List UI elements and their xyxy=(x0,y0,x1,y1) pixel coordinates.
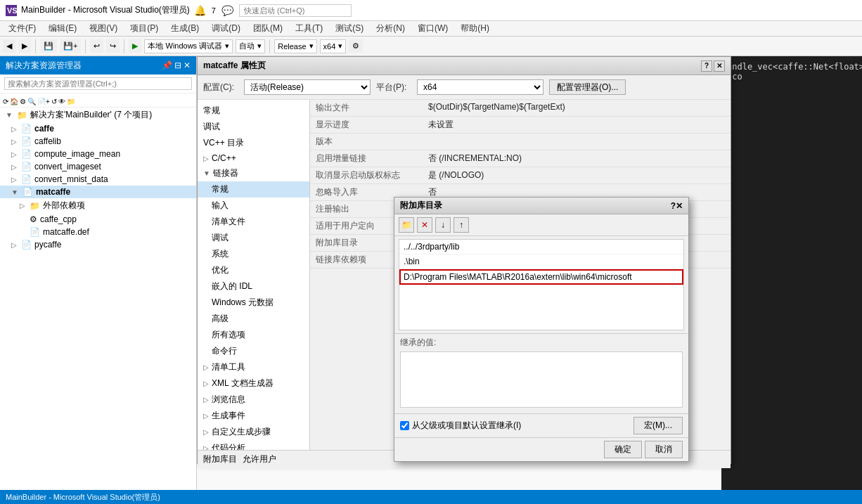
tree-item-convert-imageset[interactable]: ▷ 📄 convert_imageset xyxy=(0,160,196,173)
prop-val-nologo[interactable]: 是 (/NOLOGO) xyxy=(423,167,731,184)
ptree-normal[interactable]: 常规 xyxy=(198,103,309,119)
ptree-linker-cmdline[interactable]: 命令行 xyxy=(198,343,309,359)
ptree-linker-winmeta[interactable]: Windows 元数据 xyxy=(198,295,309,311)
toolbar-mode-select[interactable]: 自动 ▾ xyxy=(236,39,265,53)
inherit-checkbox[interactable] xyxy=(400,421,409,430)
tree-item-matcaffe-def[interactable]: ▷ 📄 matcaffe.def xyxy=(0,226,196,238)
tree-item-matcaffe[interactable]: ▼ 📄 matcaffe xyxy=(0,186,196,198)
ptree-code-analysis[interactable]: ▷ 代码分析 xyxy=(198,440,309,450)
tree-item-external-deps[interactable]: ▷ 📁 外部依赖项 xyxy=(0,198,196,213)
sidebar-dock[interactable]: ⊟ xyxy=(174,60,181,70)
menu-test[interactable]: 测试(S) xyxy=(330,21,369,36)
sidebar-pin[interactable]: 📌 xyxy=(162,60,172,70)
sub-dialog-toolbar: 📁 ✕ ↓ ↑ xyxy=(394,214,688,236)
tree-item-pycaffe[interactable]: ▷ 📄 pycaffe xyxy=(0,238,196,251)
sidebar-settings-btn[interactable]: ⚙ xyxy=(20,98,26,105)
ptree-browse[interactable]: ▷ 浏览信息 xyxy=(198,392,309,408)
toolbar-forward[interactable]: ▶ xyxy=(18,39,31,53)
chat-icon[interactable]: 💬 xyxy=(221,5,233,16)
sidebar-refresh-btn[interactable]: ↺ xyxy=(51,98,57,105)
ptree-build-event[interactable]: ▷ 生成事件 xyxy=(198,408,309,424)
sub-dialog-list[interactable]: ../../3rdparty/lib .\bin xyxy=(399,239,684,330)
tree-item-caffe-cpp[interactable]: ▷ ⚙ caffe_cpp xyxy=(0,213,196,226)
ptree-custom-build[interactable]: ▷ 自定义生成步骤 xyxy=(198,424,309,440)
ptree-linker-advanced[interactable]: 高级 xyxy=(198,311,309,327)
sub-toolbar-delete-btn[interactable]: ✕ xyxy=(417,217,432,233)
ptree-linker-idl[interactable]: 嵌入的 IDL xyxy=(198,278,309,295)
config-select[interactable]: 活动(Release) xyxy=(244,79,371,95)
quick-launch-input[interactable] xyxy=(239,4,352,17)
menu-view[interactable]: 视图(V) xyxy=(84,21,123,36)
prop-val-incremental[interactable]: 否 (/INCREMENTAL:NO) xyxy=(423,150,731,167)
prop-dialog-close-btn[interactable]: ✕ xyxy=(714,60,725,72)
menu-team[interactable]: 团队(M) xyxy=(247,21,288,36)
toolbar-back[interactable]: ◀ xyxy=(3,39,15,53)
sub-cancel-btn[interactable]: 取消 xyxy=(645,441,683,458)
notify-icon[interactable]: 🔔 xyxy=(194,5,206,16)
sidebar-collapse-all-btn[interactable]: 📁 xyxy=(67,98,75,105)
toolbar-undo[interactable]: ↩ xyxy=(90,39,103,53)
title-bar-right: 🔔 7 💬 xyxy=(194,4,352,17)
sub-dialog-close-btn[interactable]: ✕ xyxy=(676,201,683,211)
toolbar-settings[interactable]: ⚙ xyxy=(349,39,363,53)
toolbar-platform-select[interactable]: x64 ▾ xyxy=(320,39,347,53)
tree-item-caffe[interactable]: ▷ 📄 caffe xyxy=(0,122,196,135)
menu-project[interactable]: 项目(P) xyxy=(124,21,164,36)
toolbar-run[interactable]: ▶ xyxy=(129,39,141,53)
menu-edit[interactable]: 编辑(E) xyxy=(43,21,82,36)
ptree-linker[interactable]: ▼ 链接器 xyxy=(198,165,309,181)
ptree-linker-debug[interactable]: 调试 xyxy=(198,230,309,246)
sidebar-filter-btn[interactable]: 🔍 xyxy=(27,98,36,105)
ptree-cpp[interactable]: ▷ C/C++ xyxy=(198,151,309,165)
list-item-3rdparty[interactable]: ../../3rdparty/lib xyxy=(399,240,683,254)
toolbar-redo[interactable]: ↪ xyxy=(106,39,120,53)
toolbar-debug-target[interactable]: 本地 Windows 调试器 ▾ xyxy=(144,39,233,53)
ptree-linker-normal[interactable]: 常规 xyxy=(198,181,309,198)
ptree-vc-dir[interactable]: VC++ 目录 xyxy=(198,135,309,151)
toolbar-save[interactable]: 💾 xyxy=(40,39,57,53)
menu-debug[interactable]: 调试(D) xyxy=(206,21,246,36)
prop-val-progress[interactable]: 未设置 xyxy=(423,117,731,134)
menu-tools[interactable]: 工具(T) xyxy=(290,21,328,36)
tree-item-caffelib[interactable]: ▷ 📄 caffelib xyxy=(0,135,196,148)
matcaffe-def-icon: 📄 xyxy=(30,227,40,237)
list-item-matlab[interactable] xyxy=(399,269,683,285)
tree-item-convert-mnist[interactable]: ▷ 📄 convert_mnist_data xyxy=(0,173,196,186)
prop-dialog-help-btn[interactable]: ? xyxy=(701,60,712,72)
sidebar-show-all-btn[interactable]: 👁 xyxy=(58,98,65,105)
sidebar-home-btn[interactable]: 🏠 xyxy=(10,98,18,105)
matlab-path-input[interactable] xyxy=(399,269,683,285)
config-mgr-btn[interactable]: 配置管理器(O)... xyxy=(549,79,626,95)
ptree-linker-optimize[interactable]: 优化 xyxy=(198,262,309,278)
ptree-linker-system[interactable]: 系统 xyxy=(198,246,309,262)
sub-toolbar-new-btn[interactable]: 📁 xyxy=(399,217,414,233)
ptree-linker-input[interactable]: 输入 xyxy=(198,198,309,214)
menu-file[interactable]: 文件(F) xyxy=(3,21,41,36)
sub-ok-btn[interactable]: 确定 xyxy=(604,441,642,458)
list-item-bin[interactable]: .\bin xyxy=(399,254,683,269)
sub-toolbar-down-btn[interactable]: ↓ xyxy=(435,217,451,233)
sidebar-search-input[interactable] xyxy=(4,77,192,90)
sidebar-collapse-btn[interactable]: ⟳ xyxy=(3,98,8,105)
sidebar-newfile-btn[interactable]: 📄+ xyxy=(37,98,50,105)
prop-val-output[interactable]: $(OutDir)$(TargetName)$(TargetExt) xyxy=(423,100,731,117)
tree-item-compute[interactable]: ▷ 📄 compute_image_mean xyxy=(0,148,196,160)
sidebar-close[interactable]: ✕ xyxy=(184,60,191,70)
menu-build[interactable]: 生成(B) xyxy=(165,21,205,36)
ptree-debug[interactable]: 调试 xyxy=(198,119,309,135)
prop-val-version[interactable] xyxy=(423,134,731,150)
toolbar-config-select[interactable]: Release ▾ xyxy=(274,39,316,53)
platform-select[interactable]: x64 xyxy=(417,79,543,95)
menu-window[interactable]: 窗口(W) xyxy=(412,21,453,36)
ptree-linker-all[interactable]: 所有选项 xyxy=(198,327,309,343)
sub-toolbar-up-btn[interactable]: ↑ xyxy=(453,217,469,233)
ptree-linker-manifest[interactable]: 清单文件 xyxy=(198,214,309,230)
macro-btn[interactable]: 宏(M)... xyxy=(633,417,683,434)
menu-help[interactable]: 帮助(H) xyxy=(455,21,495,36)
toolbar-save-all[interactable]: 💾+ xyxy=(60,39,81,53)
sub-dialog-help-btn[interactable]: ? xyxy=(671,201,676,211)
ptree-xml-gen[interactable]: ▷ XML 文档生成器 xyxy=(198,375,309,392)
solution-root[interactable]: ▼ 📁 解决方案'MainBuilder' (7 个项目) xyxy=(0,108,196,122)
ptree-manifest-tool[interactable]: ▷ 清单工具 xyxy=(198,359,309,375)
menu-analyze[interactable]: 分析(N) xyxy=(371,21,411,36)
